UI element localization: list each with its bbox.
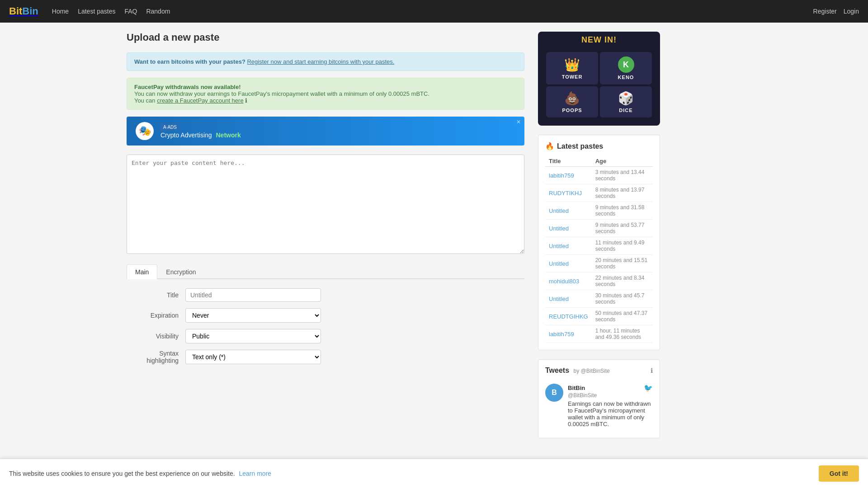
nav-login[interactable]: Login (844, 8, 859, 15)
brand-bit: Bit (9, 5, 22, 17)
expiration-field-group: Expiration Never 10 minutes 1 hour 1 day… (127, 308, 524, 323)
ad-banner-text: Crypto Advertising Network (160, 131, 241, 139)
form-tabs: Main Encryption (127, 264, 524, 279)
navbar-left: BitBin Home Latest pastes FAQ Random (9, 5, 170, 17)
poops-icon: 💩 (564, 91, 580, 106)
nav-random[interactable]: Random (146, 8, 170, 15)
tweets-info-icon: ℹ (651, 367, 653, 374)
paste-age: 9 minutes and 53.77 seconds (592, 220, 653, 237)
paste-link[interactable]: mohidul803 (549, 278, 579, 285)
pastes-table: Title Age labitih759 3 minutes and 13.44… (545, 156, 653, 343)
syntax-field-group: Syntax highlighting Text only (*) JavaSc… (127, 350, 524, 364)
nav-home[interactable]: Home (52, 8, 69, 15)
ad-icon: 🎭 (136, 122, 154, 140)
paste-link[interactable]: RUDYTIKHJ (549, 190, 582, 197)
paste-link[interactable]: labitih759 (549, 331, 574, 338)
ad-banner[interactable]: ✕ 🎭 A·ADS Crypto Advertising Network (127, 117, 524, 145)
dice-icon: 🎲 (618, 91, 634, 106)
nav-register[interactable]: Register (813, 8, 837, 15)
table-row: labitih759 3 minutes and 13.44 seconds (545, 167, 653, 184)
table-row: Untitled 9 minutes and 53.77 seconds (545, 220, 653, 237)
col-title: Title (545, 156, 592, 167)
main-content: Upload a new paste Want to earn bitcoins… (127, 32, 524, 438)
game-tower[interactable]: 👑 TOWER (546, 52, 598, 84)
paste-link[interactable]: labitih759 (549, 172, 574, 179)
brand-bin: Bin (22, 5, 38, 17)
tweet-handle: @BitBinSite (568, 392, 653, 399)
paste-link[interactable]: Untitled (549, 243, 569, 249)
nav-latest-pastes[interactable]: Latest pastes (78, 8, 115, 15)
tab-encryption[interactable]: Encryption (157, 264, 204, 279)
page-title: Upload a new paste (127, 32, 524, 43)
game-keno[interactable]: K KENO (600, 52, 652, 84)
tweet-text: Earnings can now be withdrawn to FaucetP… (568, 400, 653, 427)
latest-pastes-title: 🔥 Latest pastes (545, 142, 653, 150)
game-dice[interactable]: 🎲 DICE (600, 86, 652, 117)
visibility-label: Visibility (127, 333, 185, 340)
navbar-links: Home Latest pastes FAQ Random (52, 8, 170, 15)
faucetpay-link[interactable]: create a FaucetPay account here (157, 97, 244, 104)
paste-link[interactable]: REUDTGIHKG (549, 313, 588, 320)
keno-label: KENO (618, 75, 634, 80)
visibility-select[interactable]: Public Unlisted Private (185, 329, 321, 343)
tweets-section: Tweets by @BitBinSite ℹ B BitBin 🐦 @BitB… (538, 359, 660, 438)
table-row: Untitled 9 minutes and 31.58 seconds (545, 202, 653, 220)
fire-icon: 🔥 (545, 142, 554, 150)
bitcoin-alert-link[interactable]: Register now and start earning bitcoins … (247, 58, 394, 65)
tower-icon: 👑 (564, 57, 580, 72)
tweet-item: B BitBin 🐦 @BitBinSite Earnings can now … (545, 380, 653, 431)
syntax-select[interactable]: Text only (*) JavaScript Python PHP HTML… (185, 350, 321, 364)
tweet-user: BitBin (568, 385, 585, 391)
table-row: RUDYTIKHJ 8 minutes and 13.97 seconds (545, 184, 653, 202)
paste-link[interactable]: Untitled (549, 260, 569, 267)
expiration-label: Expiration (127, 312, 185, 319)
title-input[interactable] (185, 288, 321, 302)
sidebar: NEW IN! 👑 TOWER K KENO 💩 POOPS 🎲 DICE (538, 32, 660, 438)
paste-age: 11 minutes and 9.49 seconds (592, 237, 653, 255)
brand-logo[interactable]: BitBin (9, 5, 38, 17)
tweet-content: BitBin 🐦 @BitBinSite Earnings can now be… (568, 384, 653, 427)
table-row: labitih759 1 hour, 11 minutes and 49.36 … (545, 325, 653, 343)
table-row: mohidul803 22 minutes and 8.34 seconds (545, 272, 653, 290)
table-row: Untitled 11 minutes and 9.49 seconds (545, 237, 653, 255)
bitcoin-alert: Want to earn bitcoins with your pastes? … (127, 52, 524, 71)
paste-link[interactable]: Untitled (549, 207, 569, 214)
paste-link[interactable]: Untitled (549, 225, 569, 232)
new-in-header: NEW IN! (542, 35, 656, 45)
main-container: Upload a new paste Want to earn bitcoins… (118, 23, 750, 447)
title-field-group: Title (127, 288, 524, 302)
expiration-select[interactable]: Never 10 minutes 1 hour 1 day 1 week 1 m… (185, 308, 321, 323)
table-row: Untitled 20 minutes and 15.51 seconds (545, 255, 653, 272)
navbar: BitBin Home Latest pastes FAQ Random Reg… (0, 0, 868, 23)
game-poops[interactable]: 💩 POOPS (546, 86, 598, 117)
tweets-title: Tweets by @BitBinSite (545, 366, 610, 375)
nav-faq[interactable]: FAQ (124, 8, 137, 15)
tower-label: TOWER (562, 74, 583, 80)
paste-age: 9 minutes and 31.58 seconds (592, 202, 653, 220)
paste-link[interactable]: Untitled (549, 296, 569, 302)
tab-main[interactable]: Main (127, 264, 157, 279)
poops-label: POOPS (562, 108, 582, 113)
title-label: Title (127, 291, 185, 299)
faucetpay-alert-title: FaucetPay withdrawals now available! (134, 84, 241, 90)
tweet-avatar: B (545, 384, 563, 402)
paste-age: 1 hour, 11 minutes and 49.36 seconds (592, 325, 653, 343)
paste-age: 3 minutes and 13.44 seconds (592, 167, 653, 184)
table-row: Untitled 30 minutes and 45.7 seconds (545, 290, 653, 308)
paste-input[interactable] (127, 155, 524, 254)
keno-icon: K (618, 56, 634, 73)
paste-age: 20 minutes and 15.51 seconds (592, 255, 653, 272)
dice-label: DICE (619, 108, 632, 113)
visibility-field-group: Visibility Public Unlisted Private (127, 329, 524, 343)
paste-age: 8 minutes and 13.97 seconds (592, 184, 653, 202)
ad-close-icon[interactable]: ✕ (516, 119, 521, 125)
game-grid: 👑 TOWER K KENO 💩 POOPS 🎲 DICE (542, 47, 656, 122)
navbar-auth: Register Login (813, 8, 859, 15)
twitter-icon: 🐦 (644, 384, 653, 392)
paste-age: 30 minutes and 45.7 seconds (592, 290, 653, 308)
paste-age: 22 minutes and 8.34 seconds (592, 272, 653, 290)
col-age: Age (592, 156, 653, 167)
bitcoin-alert-prefix: Want to earn bitcoins with your pastes? (134, 58, 245, 65)
table-row: REUDTGIHKG 50 minutes and 47.37 seconds (545, 308, 653, 325)
faucetpay-line2-prefix: You can (134, 97, 156, 104)
